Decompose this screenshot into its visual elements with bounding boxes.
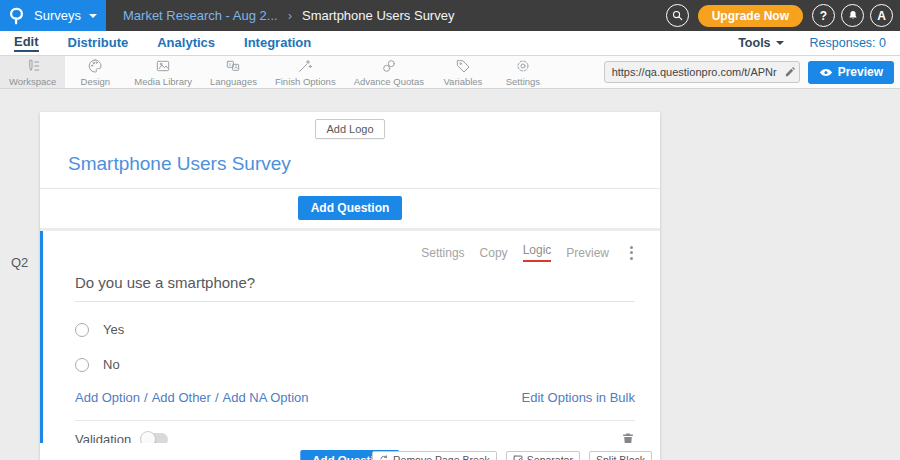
- survey-url-input[interactable]: [604, 61, 800, 83]
- translate-icon: xA: [225, 58, 241, 74]
- add-option-link[interactable]: Add Option: [75, 390, 140, 405]
- separator-label: Separator: [527, 454, 573, 460]
- gear-icon: [515, 58, 531, 74]
- add-other-link[interactable]: Add Other: [152, 390, 211, 405]
- editor-toolbar: Workspace Design Media Library xA Langua…: [0, 56, 900, 89]
- toolbar-item-label: Advance Quotas: [354, 76, 424, 87]
- question-settings-link[interactable]: Settings: [421, 246, 464, 260]
- add-question-row-top: Add Question: [40, 189, 660, 228]
- toolbar-item-label: Languages: [210, 76, 257, 87]
- eye-icon: [819, 67, 833, 78]
- separator-button[interactable]: Separator: [506, 451, 580, 460]
- edit-url-button[interactable]: [784, 66, 796, 78]
- survey-url-field-wrap: [604, 61, 800, 83]
- option-label[interactable]: No: [103, 357, 120, 372]
- help-button[interactable]: ?: [812, 4, 835, 27]
- bell-icon: [847, 9, 859, 22]
- notifications-button[interactable]: [841, 4, 864, 27]
- option-row: No: [75, 357, 635, 372]
- svg-text:A: A: [235, 65, 239, 70]
- avatar[interactable]: A: [870, 4, 893, 27]
- survey-card: Add Logo Smartphone Users Survey Add Que…: [40, 112, 660, 460]
- page-break-actions: Remove Page Break Separator Split Block: [372, 451, 652, 460]
- survey-title-row: Smartphone Users Survey: [40, 139, 660, 189]
- image-icon: [155, 58, 171, 74]
- question-id-label: Q2: [11, 255, 28, 270]
- preview-label: Preview: [838, 65, 883, 79]
- breadcrumb: Market Research - Aug 2... › Smartphone …: [123, 8, 454, 23]
- checkbox-checked-icon: [513, 455, 523, 460]
- add-option-links: Add Option/Add Other/Add NA Option: [75, 390, 309, 405]
- pencil-icon: [784, 66, 796, 78]
- toolbar-item-label: Finish Options: [275, 76, 336, 87]
- edit-options-in-bulk-link[interactable]: Edit Options in Bulk: [522, 390, 635, 405]
- toolbar-item-label: Design: [81, 76, 111, 87]
- toolbar-item-finish-options[interactable]: Finish Options: [266, 56, 345, 88]
- responses-count[interactable]: Responses: 0: [810, 36, 886, 50]
- palette-icon: [87, 58, 103, 74]
- kebab-menu-icon[interactable]: [628, 244, 635, 262]
- trash-icon: [621, 432, 635, 443]
- split-block-label: Split Block: [596, 454, 645, 460]
- toolbar-item-label: Media Library: [134, 76, 192, 87]
- question-logic-link[interactable]: Logic: [523, 243, 552, 262]
- svg-text:x: x: [229, 62, 232, 67]
- remove-page-break-button[interactable]: Remove Page Break: [372, 451, 497, 460]
- question-preview-link[interactable]: Preview: [566, 246, 609, 260]
- nav-right: Tools Responses: 0: [738, 36, 886, 50]
- question-block: Settings Copy Logic Preview Do you use a…: [40, 231, 660, 443]
- tab-distribute[interactable]: Distribute: [68, 35, 129, 51]
- chevron-down-icon: [776, 41, 784, 45]
- toolbar-item-label: Settings: [506, 76, 540, 87]
- survey-title[interactable]: Smartphone Users Survey: [68, 153, 660, 175]
- question-toolbar: Settings Copy Logic Preview: [75, 243, 635, 262]
- toggle-knob: [140, 431, 156, 443]
- tab-analytics[interactable]: Analytics: [157, 35, 215, 51]
- tools-menu[interactable]: Tools: [738, 36, 783, 50]
- tab-integration[interactable]: Integration: [244, 35, 311, 51]
- validation-toggle[interactable]: [141, 433, 168, 443]
- breadcrumb-parent[interactable]: Market Research - Aug 2...: [123, 8, 278, 23]
- workspace-icon: [25, 58, 41, 74]
- link-separator: /: [215, 390, 219, 405]
- search-icon: [671, 9, 684, 22]
- page-break-row: Add Question Remove Page Break Separator…: [40, 443, 660, 460]
- radio-button[interactable]: [75, 323, 89, 337]
- toolbar-item-advance-quotas[interactable]: Advance Quotas: [345, 56, 433, 88]
- radio-button[interactable]: [75, 358, 89, 372]
- tools-label: Tools: [738, 36, 770, 50]
- toolbar-item-workspace[interactable]: Workspace: [0, 56, 65, 88]
- tab-edit[interactable]: Edit: [14, 34, 39, 52]
- question-copy-link[interactable]: Copy: [480, 246, 508, 260]
- add-na-option-link[interactable]: Add NA Option: [223, 390, 309, 405]
- toolbar-right: Preview: [604, 56, 900, 88]
- toolbar-item-media-library[interactable]: Media Library: [125, 56, 201, 88]
- magic-wand-icon: [297, 58, 313, 74]
- upgrade-now-button[interactable]: Upgrade Now: [698, 5, 803, 27]
- survey-editor-canvas: Q2 Add Logo Smartphone Users Survey Add …: [0, 89, 900, 460]
- preview-button[interactable]: Preview: [808, 61, 894, 84]
- questionpro-logo-icon: [9, 6, 26, 25]
- sync-arrows-icon: [379, 455, 389, 460]
- toolbar-item-variables[interactable]: Variables: [433, 56, 493, 88]
- question-text[interactable]: Do you use a smartphone?: [75, 274, 635, 302]
- toolbar-item-design[interactable]: Design: [65, 56, 125, 88]
- option-actions-row: Add Option/Add Other/Add NA Option Edit …: [75, 390, 635, 405]
- breadcrumb-current: Smartphone Users Survey: [302, 8, 454, 23]
- option-label[interactable]: Yes: [103, 322, 124, 337]
- toolbar-item-label: Workspace: [9, 76, 56, 87]
- survey-nav: Edit Distribute Analytics Integration To…: [0, 31, 900, 56]
- add-question-button-top[interactable]: Add Question: [298, 196, 403, 220]
- add-logo-button[interactable]: Add Logo: [315, 119, 384, 139]
- chain-links-icon: [381, 58, 397, 74]
- toolbar-item-settings[interactable]: Settings: [493, 56, 553, 88]
- search-button[interactable]: [666, 4, 689, 27]
- tag-icon: [455, 58, 471, 74]
- surveys-menu[interactable]: Surveys: [0, 0, 106, 31]
- split-block-button[interactable]: Split Block: [589, 451, 652, 460]
- question-footer: Validation: [75, 420, 635, 443]
- delete-question-button[interactable]: [621, 432, 635, 443]
- toolbar-item-languages[interactable]: xA Languages: [201, 56, 266, 88]
- chevron-down-icon: [89, 14, 97, 18]
- top-bar: Surveys Market Research - Aug 2... › Sma…: [0, 0, 900, 31]
